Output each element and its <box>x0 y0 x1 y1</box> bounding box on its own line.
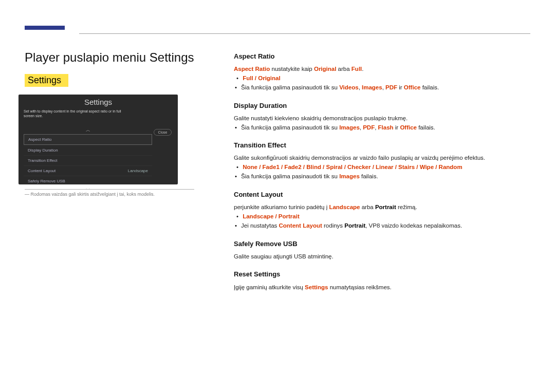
reset-heading: Reset Settings <box>234 269 511 279</box>
bold-red: Videos <box>339 84 359 90</box>
bold-red: PDF <box>385 84 397 90</box>
text: Šia funkcija galima pasinaudoti tik su <box>241 173 339 179</box>
bold-red: PDF <box>363 124 375 130</box>
text: nustatykite kaip <box>270 66 314 72</box>
text: failais. <box>360 173 378 179</box>
section-reset-settings: Reset Settings Įgiję gaminių atkurkite v… <box>234 269 511 292</box>
bold-red: Content Layout <box>279 222 322 229</box>
bold-black: Portrait <box>344 222 365 229</box>
reset-text: Įgiję gaminių atkurkite visų Settings nu… <box>234 283 511 292</box>
text: rodinys <box>322 222 344 229</box>
text: failais. <box>420 84 439 90</box>
panel-label-text: to display content in <box>36 109 70 113</box>
bullet-icon: • <box>234 212 241 221</box>
bold-red: Aspect Ratio <box>234 66 270 72</box>
panel-label-bold: the <box>70 109 76 113</box>
bold-red: Office <box>404 84 421 90</box>
text: ir <box>397 84 404 90</box>
text: , VP8 vaizdo kodekas nepalaikomas. <box>365 222 462 229</box>
aspect-note: Šia funkcija galima pasinaudoti tik su V… <box>234 83 511 92</box>
panel-row-aspect-ratio[interactable]: Aspect Ratio <box>24 134 152 145</box>
text: Šia funkcija galima pasinaudoti tik su <box>241 124 339 130</box>
panel-row-content-layout[interactable]: Content Layout Landscape <box>24 165 152 176</box>
text: ir <box>394 124 400 130</box>
settings-panel: Settings Set with to display content in … <box>18 95 178 184</box>
accent-bar <box>25 26 65 30</box>
aspect-heading: Aspect Ratio <box>234 51 511 62</box>
panel-label-text: Set <box>24 109 30 113</box>
section-safely-remove-usb: Safely Remove USB Galite saugiau atjungt… <box>234 239 511 262</box>
panel-row-label: Content Layout <box>28 169 55 173</box>
text: perjunkite atkuriamo turinio padėtų į <box>234 204 329 210</box>
text: režimą. <box>396 204 417 210</box>
transition-text: Galite sukonfigūruoti skaidrių demonstra… <box>234 154 511 163</box>
bold-red: Images <box>362 84 382 90</box>
bullet-icon: • <box>234 74 241 83</box>
bold-red: Original <box>314 66 336 72</box>
right-column: Aspect Ratio Aspect Ratio nustatykite ka… <box>234 51 511 300</box>
panel-label: Set with to display content in the origi… <box>24 109 126 119</box>
option-values: None / Fade1 / Fade2 / Blind / Spiral / … <box>243 164 462 170</box>
close-button[interactable]: Close <box>154 129 172 136</box>
transition-heading: Transition Effect <box>234 140 511 151</box>
option-values: Landscape / Portrait <box>243 213 300 219</box>
bold-red: Office <box>400 124 417 130</box>
bold-red: Images <box>339 124 360 130</box>
page-title: Player puslapio meniu Settings <box>25 50 194 65</box>
section-transition-effect: Transition Effect Galite sukonfigūruoti … <box>234 140 511 181</box>
section-display-duration: Display Duration Galite nustatyti kiekvi… <box>234 101 511 133</box>
content-note: Jei nustatytas Content Layout rodinys Po… <box>234 221 511 231</box>
section-heading-settings: Settings <box>25 74 68 87</box>
text: . <box>362 66 363 72</box>
aspect-line1: Aspect Ratio nustatykite kaip Original a… <box>234 65 511 74</box>
bold-red: Settings <box>305 284 328 290</box>
content-options: • Landscape / Portrait <box>234 212 511 221</box>
section-aspect-ratio: Aspect Ratio Aspect Ratio nustatykite ka… <box>234 51 511 92</box>
bold-red: Full <box>351 66 362 72</box>
section-content-layout: Content Layout perjunkite atkuriamo turi… <box>234 190 511 231</box>
display-note: Šia funkcija galima pasinaudoti tik su I… <box>234 123 511 133</box>
text: numatytąsias reikšmes. <box>328 284 391 290</box>
bold-red: Landscape <box>329 204 360 210</box>
content-text: perjunkite atkuriamo turinio padėtų į La… <box>234 203 511 212</box>
panel-row-safely-remove-usb[interactable]: Safely Remove USB <box>24 176 152 186</box>
text: Įgiję gaminių atkurkite visų <box>234 284 305 290</box>
top-rule <box>79 33 530 34</box>
footnote: Rodomas vaizdas gali skirtis atsižvelgia… <box>25 189 194 197</box>
panel-title: Settings <box>18 95 178 106</box>
transition-note: Šia funkcija galima pasinaudoti tik su I… <box>234 172 511 181</box>
text: Šia funkcija galima pasinaudoti tik su <box>241 84 339 90</box>
transition-options: • None / Fade1 / Fade2 / Blind / Spiral … <box>234 163 511 172</box>
bullet-icon: • <box>234 163 241 172</box>
panel-label-bold: with <box>30 109 36 113</box>
text: failais. <box>417 124 435 130</box>
safely-text: Galite saugiau atjungti USB atmintinę. <box>234 252 511 262</box>
bold-red: Flash <box>378 124 394 130</box>
panel-row-value: Landscape <box>128 169 148 173</box>
text: Jei nustatytas <box>241 222 279 229</box>
content-heading: Content Layout <box>234 190 511 200</box>
option-values: Full / Original <box>243 75 280 81</box>
display-heading: Display Duration <box>234 101 511 111</box>
bold-black: Portrait <box>375 204 396 210</box>
safely-heading: Safely Remove USB <box>234 239 511 249</box>
text: arba <box>360 204 375 210</box>
panel-row-transition-effect[interactable]: Transition Effect <box>24 155 152 165</box>
chevron-up-icon[interactable]: ︿ <box>24 126 152 134</box>
text: arba <box>336 66 351 72</box>
bold-red: Images <box>339 173 360 179</box>
panel-row-display-duration[interactable]: Display Duration <box>24 145 152 155</box>
display-text: Galite nustatyti kiekvieno skaidrių demo… <box>234 114 511 123</box>
aspect-options: • Full / Original <box>234 74 511 83</box>
panel-list: ︿ Aspect Ratio Display Duration Transiti… <box>24 126 152 194</box>
